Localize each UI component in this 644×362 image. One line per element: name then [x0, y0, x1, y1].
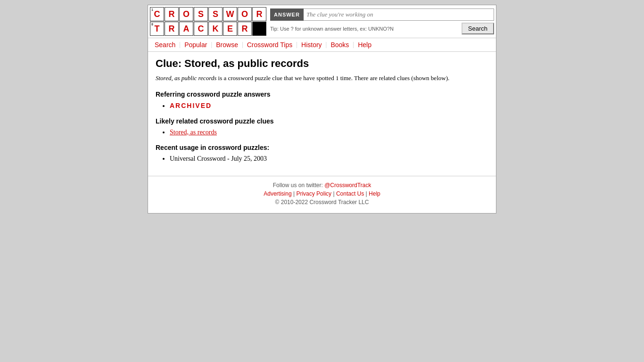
nav-history[interactable]: History: [297, 40, 326, 49]
recent-section: Recent usage in crossword puzzles: Unive…: [156, 144, 488, 163]
answer-label: ANSWER: [270, 8, 304, 21]
recent-heading: Recent usage in crossword puzzles:: [156, 144, 488, 151]
logo-cell-a2: A: [179, 22, 193, 36]
footer: Follow us on twitter: @CrosswordTrack Ad…: [148, 176, 496, 213]
footer-copyright: © 2010-2022 Crossword Tracker LLC: [275, 199, 369, 206]
logo-cell-s1: S: [194, 7, 208, 21]
nav-browse[interactable]: Browse: [212, 40, 242, 49]
logo-cell-o2: O: [238, 7, 252, 21]
intro-text: Stored, as public records is a crossword…: [156, 74, 488, 83]
logo-cell-black: [252, 22, 266, 36]
related-clue-link[interactable]: Stored, as records: [170, 129, 217, 136]
list-item: Universal Crossword - July 25, 2003: [170, 155, 488, 163]
logo-cell-o1: O: [179, 7, 193, 21]
answers-section: Referring crossword puzzle answers ARCHI…: [156, 90, 488, 110]
logo-cell-w1: W: [223, 7, 237, 21]
recent-item: Universal Crossword - July 25, 2003: [170, 155, 267, 162]
logo-cell-k2: K: [208, 22, 223, 36]
logo-cell-c1: 1C: [150, 7, 164, 21]
search-row: ANSWER: [270, 8, 494, 21]
footer-help-link[interactable]: Help: [369, 190, 380, 197]
footer-twitter-line: Follow us on twitter: @CrosswordTrack: [154, 182, 490, 189]
main-content: Clue: Stored, as public records Stored, …: [148, 52, 496, 176]
logo-cell-r2: R: [252, 7, 266, 21]
list-item: Stored, as records: [170, 129, 488, 136]
clue-input[interactable]: [304, 8, 494, 21]
nav-tips[interactable]: Crossword Tips: [243, 40, 296, 49]
answers-heading: Referring crossword puzzle answers: [156, 90, 488, 98]
page-title: Clue: Stored, as public records: [156, 58, 488, 70]
logo-cell-s2: S: [208, 7, 223, 21]
logo-cell-e2: E: [223, 22, 237, 36]
nav-help[interactable]: Help: [354, 40, 375, 49]
related-list: Stored, as records: [170, 129, 488, 136]
logo-cell-r4: R: [238, 22, 252, 36]
logo-cell-t2: 8T: [150, 22, 164, 36]
footer-advertising-link[interactable]: Advertising: [264, 190, 291, 197]
footer-privacy-link[interactable]: Privacy Policy: [296, 190, 331, 197]
footer-twitter-text: Follow us on twitter:: [273, 182, 323, 189]
list-item: ARCHIVED: [170, 102, 488, 110]
logo-cell-r1: R: [165, 7, 179, 21]
answers-list: ARCHIVED: [170, 102, 488, 110]
nav-popular[interactable]: Popular: [181, 40, 211, 49]
nav-books[interactable]: Books: [327, 40, 353, 49]
header: 1C R O S S W O R 8T R A C K E R ANSWER T…: [148, 5, 496, 38]
footer-contact-link[interactable]: Contact Us: [336, 190, 364, 197]
footer-twitter-link[interactable]: @CrosswordTrack: [324, 182, 371, 189]
footer-copyright-line: © 2010-2022 Crossword Tracker LLC: [154, 199, 490, 206]
recent-list: Universal Crossword - July 25, 2003: [170, 155, 488, 163]
logo-cell-r3: R: [165, 22, 179, 36]
intro-rest: is a crossword puzzle clue that we have …: [218, 74, 450, 82]
answer-link-archived[interactable]: ARCHIVED: [170, 102, 212, 109]
nav: Search| Popular| Browse| Crossword Tips|…: [148, 38, 496, 52]
nav-search[interactable]: Search: [151, 40, 179, 49]
tip-text: Tip: Use ? for unknown answer letters, e…: [270, 26, 458, 32]
related-heading: Likely related crossword puzzle clues: [156, 117, 488, 125]
related-section: Likely related crossword puzzle clues St…: [156, 117, 488, 136]
logo: 1C R O S S W O R 8T R A C K E R: [150, 7, 266, 36]
search-area: ANSWER Tip: Use ? for unknown answer let…: [270, 7, 494, 36]
footer-links-line: Advertising | Privacy Policy | Contact U…: [154, 190, 490, 197]
logo-cell-c2: C: [194, 22, 208, 36]
intro-italic: Stored, as public records: [156, 74, 216, 82]
search-button[interactable]: Search: [462, 23, 494, 34]
search-row2: Tip: Use ? for unknown answer letters, e…: [270, 23, 494, 34]
